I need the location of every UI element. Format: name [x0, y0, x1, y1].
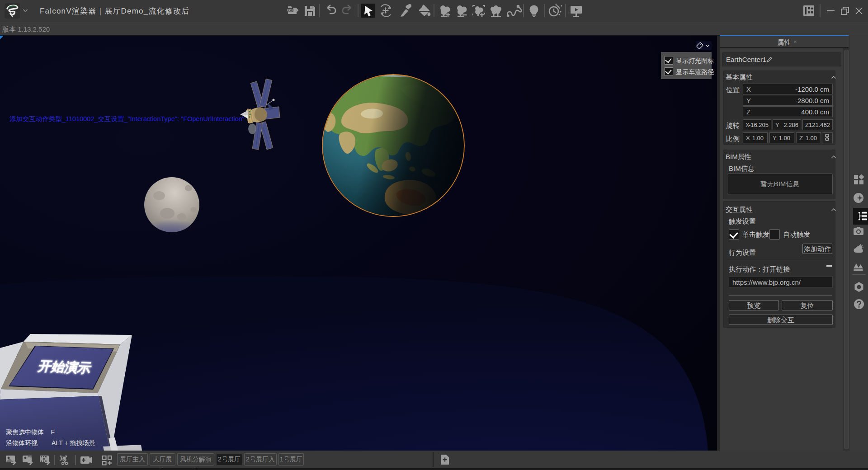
- svg-text:EXE: EXE: [288, 9, 293, 12]
- svg-text:AI: AI: [28, 454, 32, 458]
- svg-text:开始演示: 开始演示: [37, 358, 93, 375]
